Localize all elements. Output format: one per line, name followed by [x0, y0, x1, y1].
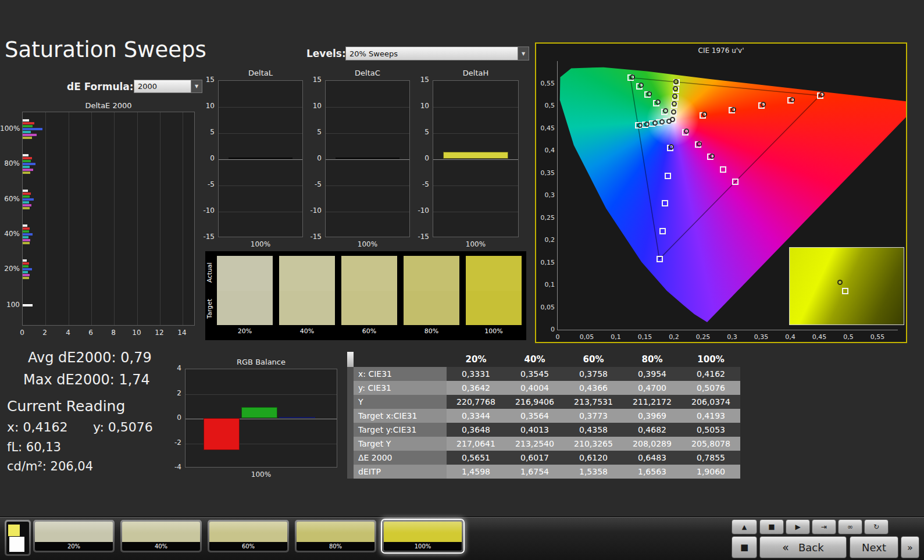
delta-y-tick-label: 10: [413, 102, 429, 110]
target-swatch: [404, 291, 459, 325]
table-row: ΔE 20000,56510,60170,61200,64830,7855: [347, 451, 740, 465]
advance-button[interactable]: »: [901, 536, 919, 558]
deltae-bar: [23, 230, 29, 233]
back-button[interactable]: «Back: [759, 536, 847, 558]
deltae-group-label: 100: [0, 301, 20, 309]
skip-button[interactable]: ⇥: [812, 519, 836, 534]
table-scroll-corner: [347, 352, 354, 367]
green-balance-bar: [241, 407, 277, 418]
pattern-swatch-button[interactable]: 100%: [382, 520, 463, 552]
cie-y-tick-label: 0,45: [537, 124, 555, 132]
row-rail: [347, 367, 354, 381]
measured-marker: [669, 144, 674, 149]
levels-selected-value: 20% Sweeps: [346, 49, 518, 58]
table-cell: 0,4682: [623, 423, 682, 437]
delta-chart-title: DeltaH: [433, 69, 519, 77]
deltae-bar: [23, 277, 29, 279]
delta-chart-title: DeltaC: [325, 69, 410, 77]
deltac-chart: [325, 80, 410, 237]
gridline: [219, 107, 302, 108]
delta-bar: [336, 158, 399, 159]
swatch-label: 20%: [35, 542, 113, 551]
pattern-swatch-button[interactable]: 80%: [295, 520, 376, 552]
measured-marker: [666, 119, 672, 124]
gridline: [433, 107, 518, 108]
deltae-bar: [23, 163, 35, 165]
pattern-up-button[interactable]: ▲: [732, 519, 757, 534]
loop-button[interactable]: ∞: [838, 519, 862, 534]
table-row: Y220,7768216,9406213,7531211,2172206,037…: [347, 395, 740, 409]
measured-marker: [655, 99, 661, 105]
cie-x-tick-label: 0,1: [605, 333, 626, 341]
deltae-bar: [23, 119, 29, 122]
table-row: Target x:CIE310,33440,35640,37730,39690,…: [347, 409, 740, 423]
de-formula-select[interactable]: 2000 ▼: [134, 80, 202, 93]
table-cell: 0,4162: [682, 367, 740, 381]
measured-marker: [637, 123, 643, 128]
deltae-bar: [23, 169, 33, 171]
deltae-bar: [23, 122, 34, 124]
de-formula-selected-value: 2000: [134, 82, 191, 91]
delta-bar: [229, 158, 292, 159]
next-button[interactable]: Next: [850, 536, 898, 558]
cie-y-tick-label: 0,5: [537, 102, 555, 109]
pattern-swatch-button[interactable]: 20%: [33, 520, 115, 552]
gridline: [326, 133, 409, 134]
deltae-bar: [23, 134, 37, 136]
delta-bar: [443, 152, 508, 159]
deltae-bar: [23, 239, 30, 241]
swatch-label: 100%: [466, 327, 522, 335]
deltae-group-label: 60%: [0, 195, 20, 203]
pattern-swatch-button[interactable]: 60%: [208, 520, 289, 552]
table-cell: 213,2540: [505, 437, 564, 451]
deltae-bar: [23, 274, 30, 276]
table-cell: 1,6563: [623, 465, 682, 479]
chevron-down-icon: ▼: [518, 47, 529, 60]
cie-y-tick-label: 0,4: [537, 147, 555, 154]
play-button[interactable]: ▶: [786, 519, 810, 534]
delta-y-tick-label: 15: [413, 76, 429, 84]
deltal-chart: [218, 80, 303, 237]
deltae-bar: [23, 265, 28, 267]
table-cell: 208,0289: [623, 437, 682, 451]
measured-marker: [672, 94, 677, 99]
active-pattern-preview[interactable]: [5, 520, 31, 556]
deltae-bar: [23, 128, 42, 130]
cie-y-tick-label: 0,1: [537, 281, 555, 288]
table-cell: 0,3954: [623, 367, 682, 381]
row-label: y: CIE31: [354, 381, 447, 395]
cie-x-tick-label: 0,35: [751, 333, 772, 341]
delta-y-tick-label: 5: [198, 128, 215, 136]
row-rail: [347, 409, 354, 423]
table-cell: 0,3648: [447, 423, 505, 437]
delta-y-tick-label: -5: [413, 180, 429, 188]
refresh-button[interactable]: ↻: [864, 519, 889, 534]
cie-x-tick-label: 0,4: [780, 333, 801, 341]
row-label: Target x:CIE31: [354, 409, 447, 423]
cie-y-axis: [557, 61, 558, 330]
actual-swatch: [404, 256, 459, 291]
measured-marker: [697, 141, 702, 147]
gridline: [326, 107, 409, 108]
measurement-table: 20%40%60%80%100%x: CIE310,33310,35450,37…: [347, 352, 740, 479]
gridline: [185, 394, 337, 395]
table-header-row: 20%40%60%80%100%: [347, 352, 740, 367]
delta-y-tick-label: -5: [305, 180, 322, 188]
deltae-bar: [23, 160, 31, 162]
gridline: [114, 112, 115, 325]
table-cell: 0,3758: [564, 367, 623, 381]
swatch-color: [384, 522, 462, 542]
cie-y-tick-label: 0,2: [537, 236, 555, 244]
cie-y-tick-label: 0,35: [537, 169, 555, 177]
stop-button[interactable]: ■: [759, 519, 784, 534]
gridline: [433, 212, 518, 212]
actual-swatch: [279, 256, 335, 291]
pattern-window-button[interactable]: ■: [732, 536, 757, 558]
gridline: [326, 212, 409, 212]
pattern-swatch-button[interactable]: 40%: [120, 520, 202, 552]
deltae-x-tick-label: 6: [85, 329, 97, 337]
levels-select[interactable]: 20% Sweeps ▼: [345, 47, 529, 60]
delta-y-tick-label: -15: [413, 233, 429, 241]
table-cell: 0,4013: [505, 423, 564, 437]
table-row: Target Y217,0641213,2540210,3265208,0289…: [347, 437, 740, 451]
